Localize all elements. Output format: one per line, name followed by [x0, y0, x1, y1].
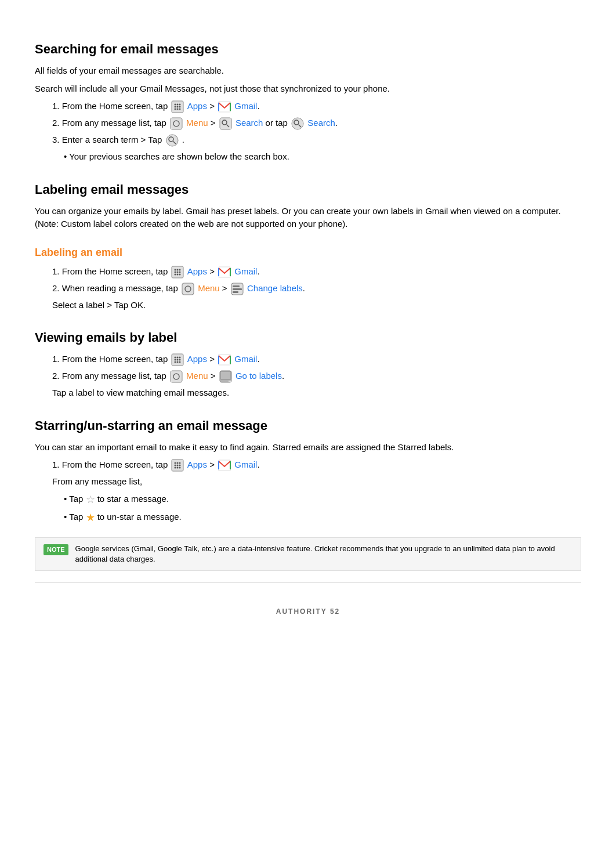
period-s3: .: [182, 135, 184, 144]
section-viewing-by-label: Viewing emails by label 1. From the Home…: [35, 328, 581, 400]
bullet-text-search-1: Your previous searches are shown below t…: [69, 151, 289, 161]
svg-point-49: [179, 359, 181, 361]
step-number-v2: 2. From any message list, tap: [52, 371, 169, 381]
apps-label-s1: Apps: [187, 101, 207, 111]
step-star-2: From any message list,: [52, 475, 581, 489]
change-labels-label-l2: Change labels: [247, 283, 303, 293]
arrow-l1: >: [209, 266, 217, 276]
arrow-v1: >: [209, 354, 217, 364]
apps-icon: [171, 100, 184, 113]
menu-label-l2: Menu: [198, 283, 220, 293]
para-search-include: Search will include all your Gmail Messa…: [35, 82, 581, 96]
svg-point-64: [177, 462, 179, 464]
footer-brand: AUTHORITY: [276, 607, 327, 616]
svg-point-70: [177, 467, 179, 469]
svg-point-7: [175, 108, 176, 110]
svg-point-69: [175, 467, 176, 469]
section-heading-labeling-email: Labeling an email: [35, 245, 581, 261]
apps-label-st1: Apps: [187, 460, 207, 469]
arrow-s2: >: [211, 118, 218, 128]
svg-point-32: [177, 273, 179, 275]
gmail-label-v1: Gmail: [234, 354, 257, 364]
svg-rect-40: [233, 285, 240, 287]
star-filled-icon: ★: [86, 512, 95, 523]
svg-rect-34: [218, 267, 231, 277]
svg-point-67: [177, 465, 179, 466]
change-labels-icon-l2: [231, 283, 244, 295]
bullet-dot: •: [64, 151, 69, 161]
step-search-1: 1. From the Home screen, tap Apps > Gmai…: [52, 100, 581, 113]
gmail-icon-l1: [218, 266, 231, 278]
svg-point-28: [175, 271, 176, 273]
note-text: Google services (Gmail, Google Talk, etc…: [75, 544, 572, 565]
footer-number: 52: [330, 607, 340, 616]
step-number: 1. From the Home screen, tap: [52, 354, 170, 364]
step-view-1: 1. From the Home screen, tap Apps > Gmai…: [52, 353, 581, 366]
apps-label-v1: Apps: [187, 354, 207, 364]
gmail-label-l1: Gmail: [234, 266, 257, 276]
svg-point-45: [177, 357, 179, 359]
section-heading-searching: Searching for email messages: [35, 39, 581, 59]
svg-rect-18: [292, 118, 303, 129]
apps-icon-v1: [171, 353, 184, 366]
search2-label-s2: Search: [307, 118, 335, 128]
svg-point-21: [166, 135, 178, 146]
small-search-icon-s3: [166, 134, 179, 147]
svg-point-51: [177, 361, 179, 363]
section-starring: Starring/un-starring an email message Yo…: [35, 416, 581, 526]
svg-point-71: [179, 467, 181, 469]
search-icon-s2: [219, 117, 232, 130]
svg-point-1: [175, 104, 176, 106]
menu-label-v2: Menu: [186, 371, 208, 381]
section-heading-starring: Starring/un-starring an email message: [35, 416, 581, 435]
para-labeling: You can organize your emails by label. G…: [35, 205, 581, 231]
step-text-l3: Select a label > Tap OK.: [52, 300, 146, 310]
svg-point-47: [175, 359, 176, 361]
arrow-s1: >: [209, 101, 217, 111]
period-l2: .: [303, 283, 305, 293]
svg-rect-59: [220, 371, 231, 379]
svg-point-27: [179, 269, 181, 270]
svg-point-5: [177, 106, 179, 108]
svg-point-68: [179, 465, 181, 466]
svg-rect-42: [233, 291, 238, 293]
bullet-text-star-filled: to un-star a message.: [97, 512, 182, 522]
svg-point-6: [179, 106, 181, 108]
step-number: 1. From the Home screen, tap: [52, 460, 170, 469]
or-text-s2: or tap: [266, 118, 291, 128]
svg-point-3: [179, 104, 181, 106]
section-heading-viewing: Viewing emails by label: [35, 328, 581, 347]
svg-rect-10: [218, 102, 231, 112]
step-number-l2: 2. When reading a message, tap: [52, 283, 180, 293]
svg-point-8: [177, 108, 179, 110]
note-label: NOTE: [44, 544, 68, 555]
svg-point-2: [177, 104, 179, 106]
para-searchable: All fields of your email messages are se…: [35, 64, 581, 78]
step-star-1: 1. From the Home screen, tap Apps > Gmai…: [52, 458, 581, 472]
bullet-dot-star-empty: • Tap: [64, 494, 86, 504]
divider: [35, 583, 581, 583]
section-searching: Searching for email messages All fields …: [35, 39, 581, 164]
gmail-icon-v1: [218, 353, 231, 366]
step-view-3: Tap a label to view matching email messa…: [52, 386, 581, 400]
svg-point-31: [175, 273, 176, 275]
svg-point-63: [175, 462, 176, 464]
period-v2: .: [282, 371, 284, 381]
note-box: NOTE Google services (Gmail, Google Talk…: [35, 537, 581, 571]
bullet-text-star-empty: to star a message.: [97, 494, 169, 504]
step-text-st2: From any message list,: [52, 476, 142, 486]
period-s2: .: [335, 118, 338, 128]
section-heading-labeling: Labeling email messages: [35, 180, 581, 199]
bullet-star-empty: • Tap ☆ to star a message.: [64, 492, 581, 508]
svg-point-29: [177, 271, 179, 273]
go-to-labels-label-v2: Go to labels: [235, 371, 282, 381]
svg-rect-13: [171, 118, 182, 129]
svg-rect-41: [233, 288, 242, 290]
svg-point-44: [175, 357, 176, 359]
step-label-2: 2. When reading a message, tap Menu > Ch…: [52, 282, 581, 295]
gmail-icon-s1: [218, 100, 231, 113]
step-number: 1. From the Home screen, tap: [52, 266, 170, 276]
apps-icon-st1: [171, 459, 184, 472]
section-labeling-email: Labeling an email 1. From the Home scree…: [35, 245, 581, 312]
gmail-icon-st1: [218, 459, 231, 472]
